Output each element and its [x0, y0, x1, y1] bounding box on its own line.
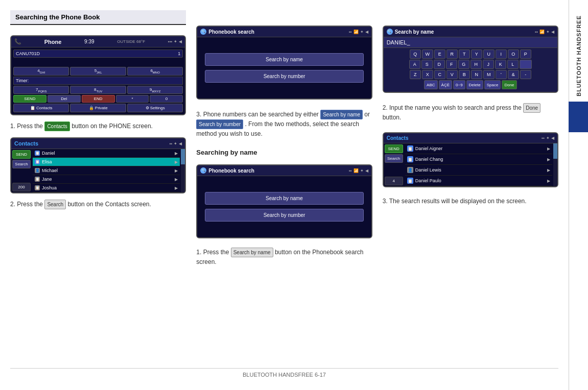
key-space[interactable]: Space	[484, 80, 501, 89]
key-k[interactable]: K	[495, 60, 506, 69]
results-body: SEND Search 4 📋 Daniel Aigner	[384, 143, 557, 186]
results-icons: ▪▪ ✦ ◀	[542, 136, 554, 140]
key-t[interactable]: T	[459, 50, 470, 59]
key-u[interactable]: U	[483, 50, 495, 59]
key-p[interactable]: P	[520, 50, 531, 59]
list-item: 📋 Daniel Paulo ▶	[405, 176, 552, 186]
kb-header-left: 🔍 Search by name	[387, 29, 434, 35]
key-r[interactable]: R	[446, 50, 458, 59]
contacts-send-button[interactable]: SEND	[12, 150, 31, 159]
key-h[interactable]: H	[471, 60, 482, 69]
key-o[interactable]: O	[508, 50, 519, 59]
search-inline-btn[interactable]: Search	[44, 200, 66, 209]
key-n[interactable]: N	[471, 70, 482, 79]
pb-back: ◀	[365, 30, 368, 34]
pb-search-by-number-btn-2[interactable]: Search by number	[205, 209, 363, 222]
list-item: 📋 Elisa ▶	[33, 158, 180, 166]
phone-settings-button[interactable]: ⚙ Settings	[127, 104, 183, 112]
results-screen-mockup: Contacts ▪▪ ✦ ◀ SEND Search	[383, 132, 558, 187]
pb-search-by-name-btn-2[interactable]: Search by name	[205, 192, 363, 205]
contact-icon-elisa: 📋	[35, 159, 40, 164]
search-by-name-inline-2[interactable]: Search by name	[231, 248, 273, 257]
results-scrollbar-thumb	[553, 143, 557, 159]
result-name-paulo: Daniel Paulo	[415, 178, 441, 183]
instruction-sbn-2: 2. Input the name you wish to search and…	[383, 103, 558, 122]
contact-icon-michael: 👤	[35, 168, 40, 173]
key-star[interactable]: *	[116, 95, 149, 103]
key-delete[interactable]: Delete	[466, 80, 483, 89]
key-e[interactable]: E	[434, 50, 445, 59]
key-apostrophe[interactable]: '	[496, 70, 507, 79]
key-ampersand[interactable]: &	[508, 70, 519, 79]
instruction-3: 3. Phone numbers can be searched by eith…	[196, 110, 372, 138]
list-item: 👤 Daniel Lewis ▶	[405, 165, 552, 176]
key-v[interactable]: V	[446, 70, 458, 79]
result-arrow-lewis: ▶	[547, 168, 550, 173]
key-5jkl[interactable]: 5JKL	[70, 67, 126, 76]
result-arrow-paulo: ▶	[547, 179, 550, 183]
phone-end-button[interactable]: END	[82, 95, 115, 103]
phone-keypad-2: 7PQRS 8TUV 9WXYZ	[13, 86, 183, 94]
key-8tuv[interactable]: 8TUV	[70, 86, 126, 94]
phone-input-empty	[13, 59, 183, 66]
key-0[interactable]: 0	[150, 95, 183, 103]
key-j[interactable]: J	[483, 60, 494, 69]
key-f[interactable]: F	[446, 60, 457, 69]
contact-arrow-daniel: ▶	[175, 151, 178, 156]
contact-name-joshua: Joshua	[42, 185, 57, 190]
key-d[interactable]: D	[434, 60, 445, 69]
contacts-search-button[interactable]: Search	[12, 160, 31, 168]
pb-body-1: Search by name Search by number	[197, 37, 371, 99]
key-i[interactable]: I	[496, 50, 507, 59]
key-w[interactable]: W	[422, 50, 433, 59]
key-4ghi[interactable]: 4GHI	[13, 67, 69, 76]
key-accent[interactable]: ÀÇÈ	[439, 80, 452, 89]
pb-search-by-number-btn-1[interactable]: Search by number	[205, 70, 363, 83]
contacts-body: SEND Search 200 📋 Daniel	[11, 149, 185, 192]
top-content: Searching the Phone Book 📞 Phone 9:39 OU…	[0, 0, 588, 390]
contacts-inline-btn[interactable]: Contacts	[44, 121, 69, 131]
result-name-lewis: Daniel Lewis	[415, 167, 441, 173]
pb-search-icon: 🔍	[200, 29, 206, 35]
phone-contacts-button[interactable]: 📋 Contacts	[13, 104, 69, 112]
contact-icon-daniel: 📋	[35, 151, 40, 156]
key-abc[interactable]: ABC	[424, 80, 437, 89]
pb-header-2: 🔍 Phonebook search ▪▪ 📶 ✦ ◀	[197, 165, 371, 176]
result-aigner-left: 📋 Daniel Aigner	[407, 145, 443, 152]
col-1: Searching the Phone Book 📞 Phone 9:39 OU…	[10, 10, 186, 366]
key-g[interactable]: G	[458, 60, 469, 69]
key-0-9[interactable]: 0~9	[453, 80, 465, 89]
results-send-btn[interactable]: SEND	[385, 144, 403, 153]
phone-private-button[interactable]: 🔒 Private	[70, 104, 126, 112]
key-7pqrs[interactable]: 7PQRS	[13, 86, 69, 94]
search-by-name-inline-1[interactable]: Search by name	[320, 110, 363, 119]
pb-title-2: 🔍 Phonebook search	[200, 167, 254, 174]
key-c[interactable]: C	[434, 70, 445, 79]
results-back: ◀	[551, 136, 554, 140]
key-9wxyz[interactable]: 9WXYZ	[127, 86, 183, 94]
key-a[interactable]: A	[409, 60, 420, 69]
key-s[interactable]: S	[421, 60, 433, 69]
key-b[interactable]: B	[459, 70, 470, 79]
key-y[interactable]: Y	[471, 50, 482, 59]
phone-send-button[interactable]: SEND	[13, 95, 46, 103]
pb-icons-1: ▪▪ 📶 ✦ ◀	[349, 30, 368, 34]
key-6mno[interactable]: 6MNO	[127, 67, 183, 76]
pb-search-by-name-btn-1[interactable]: Search by name	[205, 53, 363, 66]
key-x[interactable]: X	[422, 70, 433, 79]
contacts-bt: ✦	[174, 141, 177, 146]
key-l[interactable]: L	[507, 60, 519, 69]
list-item: 📋 Daniel ▶	[33, 149, 180, 158]
key-done[interactable]: Done	[502, 80, 516, 89]
pb-bt: ✦	[360, 30, 364, 34]
key-m[interactable]: M	[483, 70, 495, 79]
contacts-scrollbar	[181, 149, 185, 192]
pb-search-icon-2: 🔍	[200, 167, 206, 174]
search-by-number-inline[interactable]: Search by number	[196, 119, 243, 129]
key-q[interactable]: Q	[410, 50, 421, 59]
key-z[interactable]: Z	[410, 70, 421, 79]
done-inline-btn[interactable]: Done	[523, 103, 540, 113]
key-hyphen[interactable]: -	[520, 70, 531, 79]
results-search-btn[interactable]: Search	[385, 154, 403, 163]
phone-del-button[interactable]: Del	[48, 95, 81, 103]
